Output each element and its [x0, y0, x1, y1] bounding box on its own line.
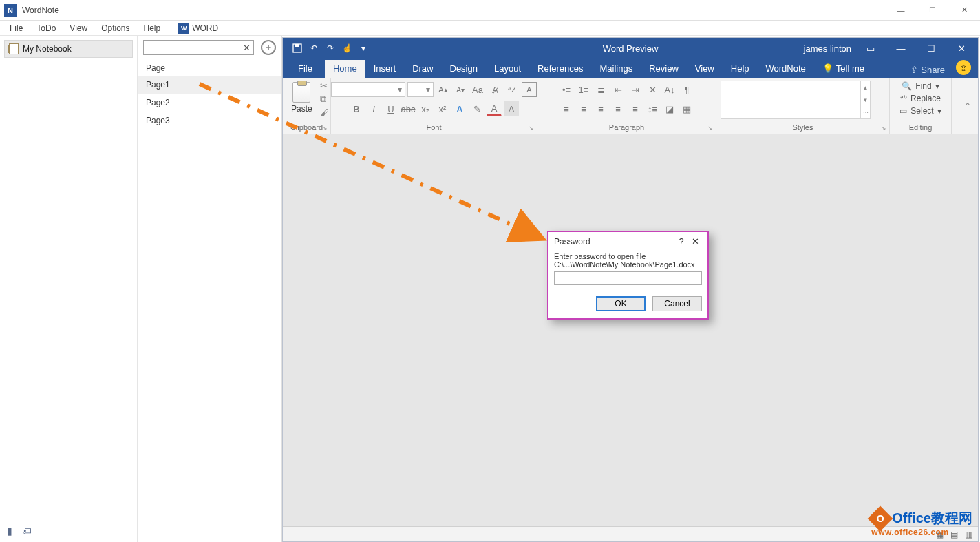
- share-button[interactable]: ⇪Share: [904, 62, 952, 78]
- page-item-3[interactable]: Page3: [138, 112, 281, 129]
- distributed-icon[interactable]: ≡: [628, 101, 643, 116]
- ok-button[interactable]: OK: [596, 296, 646, 311]
- clear-formatting-icon[interactable]: A̷: [487, 82, 502, 97]
- subscript-button[interactable]: x₂: [418, 101, 433, 116]
- tell-me-button[interactable]: 💡Tell me: [814, 60, 873, 78]
- tab-view[interactable]: View: [687, 60, 723, 78]
- select-button[interactable]: ▭Select ▾: [897, 105, 944, 116]
- tab-review[interactable]: Review: [641, 60, 687, 78]
- superscript-button[interactable]: x²: [435, 101, 450, 116]
- paste-button[interactable]: Paste: [287, 81, 317, 115]
- qat-customize-icon[interactable]: ▾: [356, 41, 371, 56]
- minimize-button[interactable]: —: [885, 0, 917, 21]
- copy-icon[interactable]: ⧉: [320, 94, 329, 105]
- clipboard-launcher-icon[interactable]: ↘: [322, 125, 328, 132]
- open-in-word-button[interactable]: W WORD: [171, 21, 225, 35]
- qat-undo-icon[interactable]: ↶: [306, 41, 321, 56]
- menu-options[interactable]: Options: [94, 22, 136, 34]
- show-marks-icon[interactable]: ¶: [679, 82, 694, 97]
- justify-icon[interactable]: ≡: [610, 101, 626, 116]
- tab-help[interactable]: Help: [723, 60, 758, 78]
- menu-file[interactable]: File: [3, 22, 30, 34]
- notebook-bookmark-icon[interactable]: ▮: [7, 525, 12, 536]
- phonetic-guide-icon[interactable]: ᴬZ: [504, 82, 520, 97]
- gallery-up-icon[interactable]: ▲: [861, 81, 870, 94]
- tab-mailings[interactable]: Mailings: [592, 60, 641, 78]
- asian-layout-icon[interactable]: ✕: [645, 82, 660, 97]
- align-left-icon[interactable]: ≡: [559, 101, 574, 116]
- word-minimize-button[interactable]: —: [890, 41, 912, 55]
- password-input[interactable]: [554, 271, 702, 285]
- close-button[interactable]: ✕: [948, 0, 980, 21]
- notebook-item[interactable]: My Notebook: [4, 40, 133, 58]
- cut-icon[interactable]: ✂: [320, 81, 329, 91]
- sort-icon[interactable]: A↓: [662, 82, 677, 97]
- status-print-layout-icon[interactable]: ▤: [950, 530, 958, 539]
- multilevel-icon[interactable]: ≣: [593, 82, 608, 97]
- tab-home[interactable]: Home: [325, 60, 365, 78]
- tab-file[interactable]: File: [290, 60, 325, 78]
- change-case-icon[interactable]: Aa: [470, 82, 485, 97]
- gallery-down-icon[interactable]: ▼: [861, 94, 870, 106]
- shrink-font-icon[interactable]: A▾: [453, 82, 468, 97]
- strikethrough-button[interactable]: abc: [401, 101, 416, 116]
- numbering-icon[interactable]: 1≡: [576, 82, 591, 97]
- tab-draw[interactable]: Draw: [404, 60, 441, 78]
- word-ribbon-options-icon[interactable]: ▭: [860, 41, 882, 55]
- format-painter-icon[interactable]: 🖌: [320, 107, 329, 118]
- tab-references[interactable]: References: [529, 60, 591, 78]
- font-color-icon[interactable]: A: [487, 101, 502, 116]
- dialog-close-button[interactable]: ✕: [688, 236, 702, 247]
- tab-design[interactable]: Design: [442, 60, 486, 78]
- feedback-smiley-icon[interactable]: ☺: [956, 60, 971, 75]
- menu-todo[interactable]: ToDo: [30, 22, 63, 34]
- char-shading-icon[interactable]: A: [504, 101, 519, 116]
- underline-button[interactable]: U: [383, 101, 398, 116]
- notebook-tag-icon[interactable]: 🏷: [22, 525, 32, 536]
- gallery-more-icon[interactable]: ⋯: [861, 106, 870, 118]
- tab-insert[interactable]: Insert: [365, 60, 405, 78]
- search-input[interactable]: ✕: [143, 40, 254, 55]
- find-button[interactable]: 🔍Find ▾: [899, 81, 941, 92]
- highlight-icon[interactable]: ✎: [469, 101, 484, 116]
- styles-gallery[interactable]: ▲▼⋯: [721, 81, 871, 119]
- font-name-combo[interactable]: ▾: [331, 82, 405, 97]
- increase-indent-icon[interactable]: ⇥: [628, 82, 643, 97]
- page-item-2[interactable]: Page2: [138, 94, 281, 112]
- text-effects-icon[interactable]: A: [452, 101, 467, 116]
- italic-button[interactable]: I: [366, 101, 381, 116]
- status-web-layout-icon[interactable]: ▥: [965, 530, 972, 539]
- maximize-button[interactable]: ☐: [917, 0, 948, 21]
- qat-touch-icon[interactable]: ☝: [339, 41, 354, 56]
- decrease-indent-icon[interactable]: ⇤: [610, 82, 626, 97]
- font-size-combo[interactable]: ▾: [407, 82, 434, 97]
- collapse-ribbon-icon[interactable]: ⌃: [957, 101, 978, 111]
- replace-button[interactable]: ᵃᵇReplace: [897, 93, 944, 104]
- tab-wordnote[interactable]: WordNote: [758, 60, 814, 78]
- menu-help[interactable]: Help: [137, 22, 168, 34]
- page-item-1[interactable]: Page1: [138, 76, 281, 94]
- status-read-mode-icon[interactable]: ▦: [936, 530, 944, 539]
- cancel-button[interactable]: Cancel: [652, 296, 702, 311]
- font-launcher-icon[interactable]: ↘: [529, 125, 534, 132]
- clear-icon[interactable]: ✕: [243, 43, 251, 53]
- shading-icon[interactable]: ◪: [662, 101, 677, 116]
- line-spacing-icon[interactable]: ↕≡: [645, 101, 660, 116]
- borders-icon[interactable]: ▦: [679, 101, 694, 116]
- styles-launcher-icon[interactable]: ↘: [881, 125, 886, 132]
- paragraph-launcher-icon[interactable]: ↘: [707, 125, 713, 132]
- grow-font-icon[interactable]: A▴: [436, 82, 451, 97]
- add-page-button[interactable]: +: [261, 40, 276, 55]
- char-border-icon[interactable]: A: [522, 82, 537, 97]
- align-right-icon[interactable]: ≡: [593, 101, 608, 116]
- qat-redo-icon[interactable]: ↷: [323, 41, 338, 56]
- word-maximize-button[interactable]: ☐: [920, 41, 942, 55]
- bullets-icon[interactable]: •≡: [559, 82, 574, 97]
- qat-save-icon[interactable]: [290, 41, 305, 56]
- tab-layout[interactable]: Layout: [486, 60, 529, 78]
- align-center-icon[interactable]: ≡: [576, 101, 591, 116]
- dialog-help-button[interactable]: ?: [674, 236, 688, 247]
- word-close-button[interactable]: ✕: [950, 41, 972, 55]
- bold-button[interactable]: B: [349, 101, 364, 116]
- word-user-name[interactable]: james linton: [804, 43, 851, 54]
